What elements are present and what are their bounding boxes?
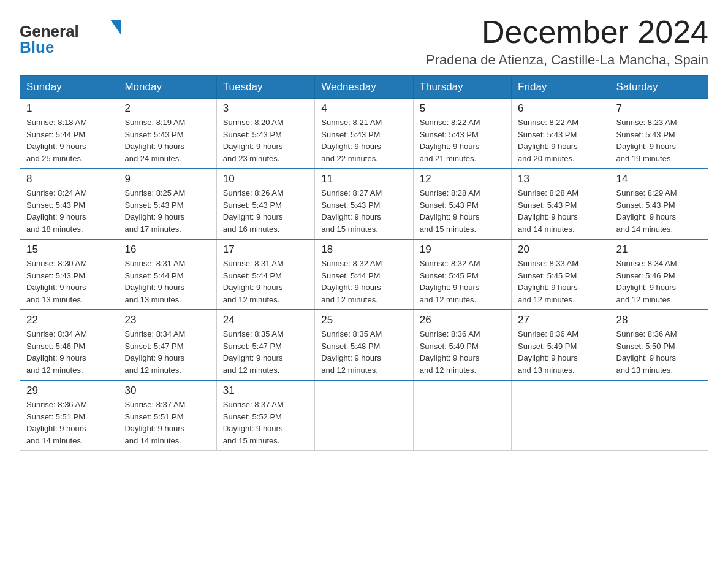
day-info: Sunrise: 8:30 AMSunset: 5:43 PMDaylight:…: [26, 259, 87, 304]
day-number: 14: [616, 173, 702, 185]
day-info: Sunrise: 8:34 AMSunset: 5:46 PMDaylight:…: [616, 259, 677, 304]
day-info: Sunrise: 8:20 AMSunset: 5:43 PMDaylight:…: [223, 118, 284, 163]
calendar-day-cell: 26 Sunrise: 8:36 AMSunset: 5:49 PMDaylig…: [413, 310, 511, 380]
svg-text:Blue: Blue: [20, 38, 54, 56]
location-subtitle: Pradena de Atienza, Castille-La Mancha, …: [426, 52, 708, 68]
day-info: Sunrise: 8:18 AMSunset: 5:44 PMDaylight:…: [26, 118, 87, 163]
calendar-day-cell: 4 Sunrise: 8:21 AMSunset: 5:43 PMDayligh…: [315, 99, 413, 169]
calendar-week-row: 15 Sunrise: 8:30 AMSunset: 5:43 PMDaylig…: [20, 239, 708, 310]
day-info: Sunrise: 8:22 AMSunset: 5:43 PMDaylight:…: [518, 118, 578, 163]
calendar-day-cell: 2 Sunrise: 8:19 AMSunset: 5:43 PMDayligh…: [118, 99, 216, 169]
day-number: 23: [124, 314, 210, 326]
calendar-day-cell: 5 Sunrise: 8:22 AMSunset: 5:43 PMDayligh…: [413, 99, 511, 169]
calendar-day-cell: 9 Sunrise: 8:25 AMSunset: 5:43 PMDayligh…: [118, 169, 216, 239]
day-info: Sunrise: 8:21 AMSunset: 5:43 PMDaylight:…: [321, 118, 382, 163]
col-header-tuesday: Tuesday: [216, 76, 314, 99]
day-number: 19: [420, 243, 505, 256]
col-header-wednesday: Wednesday: [315, 76, 413, 99]
calendar-day-cell: 15 Sunrise: 8:30 AMSunset: 5:43 PMDaylig…: [20, 239, 118, 310]
day-number: 24: [223, 314, 308, 326]
calendar-day-cell: 24 Sunrise: 8:35 AMSunset: 5:47 PMDaylig…: [216, 310, 314, 380]
day-number: 31: [223, 385, 308, 397]
col-header-monday: Monday: [118, 76, 216, 99]
calendar-day-cell: 1 Sunrise: 8:18 AMSunset: 5:44 PMDayligh…: [20, 99, 118, 169]
calendar-day-cell: 12 Sunrise: 8:28 AMSunset: 5:43 PMDaylig…: [413, 169, 511, 239]
calendar-day-cell: 3 Sunrise: 8:20 AMSunset: 5:43 PMDayligh…: [216, 99, 314, 169]
calendar-day-cell: 22 Sunrise: 8:34 AMSunset: 5:46 PMDaylig…: [20, 310, 118, 380]
day-number: 20: [518, 243, 603, 256]
calendar-day-cell: 28 Sunrise: 8:36 AMSunset: 5:50 PMDaylig…: [610, 310, 708, 380]
day-info: Sunrise: 8:22 AMSunset: 5:43 PMDaylight:…: [420, 118, 480, 163]
calendar-day-cell: 23 Sunrise: 8:34 AMSunset: 5:47 PMDaylig…: [118, 310, 216, 380]
calendar-header-row: Sunday Monday Tuesday Wednesday Thursday…: [20, 76, 708, 99]
calendar-day-cell: 10 Sunrise: 8:26 AMSunset: 5:43 PMDaylig…: [216, 169, 314, 239]
calendar-day-cell: 13 Sunrise: 8:28 AMSunset: 5:43 PMDaylig…: [512, 169, 610, 239]
calendar-day-cell: 31 Sunrise: 8:37 AMSunset: 5:52 PMDaylig…: [216, 380, 314, 451]
day-info: Sunrise: 8:35 AMSunset: 5:47 PMDaylight:…: [223, 329, 284, 375]
day-number: 22: [26, 314, 112, 326]
day-info: Sunrise: 8:27 AMSunset: 5:43 PMDaylight:…: [321, 188, 382, 234]
day-info: Sunrise: 8:32 AMSunset: 5:45 PMDaylight:…: [420, 259, 480, 304]
calendar-week-row: 29 Sunrise: 8:36 AMSunset: 5:51 PMDaylig…: [20, 380, 708, 451]
calendar-day-cell: 27 Sunrise: 8:36 AMSunset: 5:49 PMDaylig…: [512, 310, 610, 380]
day-info: Sunrise: 8:29 AMSunset: 5:43 PMDaylight:…: [616, 188, 677, 234]
calendar-day-cell: 7 Sunrise: 8:23 AMSunset: 5:43 PMDayligh…: [610, 99, 708, 169]
day-number: 11: [321, 173, 406, 185]
col-header-friday: Friday: [512, 76, 610, 99]
day-number: 8: [26, 173, 112, 185]
logo-svg: General Blue: [20, 15, 124, 58]
logo: General Blue: [20, 15, 124, 58]
day-info: Sunrise: 8:28 AMSunset: 5:43 PMDaylight:…: [518, 188, 578, 234]
month-title: December 2024: [426, 15, 708, 50]
day-number: 3: [223, 102, 308, 115]
col-header-thursday: Thursday: [413, 76, 511, 99]
day-info: Sunrise: 8:36 AMSunset: 5:50 PMDaylight:…: [616, 329, 677, 375]
day-number: 30: [124, 385, 210, 397]
day-number: 28: [616, 314, 702, 326]
day-number: 15: [26, 243, 112, 256]
calendar-day-cell: 20 Sunrise: 8:33 AMSunset: 5:45 PMDaylig…: [512, 239, 610, 310]
day-number: 10: [223, 173, 308, 185]
calendar-week-row: 8 Sunrise: 8:24 AMSunset: 5:43 PMDayligh…: [20, 169, 708, 239]
calendar-day-cell: [512, 380, 610, 451]
calendar-day-cell: 21 Sunrise: 8:34 AMSunset: 5:46 PMDaylig…: [610, 239, 708, 310]
calendar-day-cell: 6 Sunrise: 8:22 AMSunset: 5:43 PMDayligh…: [512, 99, 610, 169]
day-number: 17: [223, 243, 308, 256]
day-number: 16: [124, 243, 210, 256]
day-number: 25: [321, 314, 406, 326]
day-info: Sunrise: 8:19 AMSunset: 5:43 PMDaylight:…: [124, 118, 185, 163]
day-number: 5: [420, 102, 505, 115]
page-header: General Blue December 2024 Pradena de At…: [20, 15, 708, 68]
calendar-week-row: 22 Sunrise: 8:34 AMSunset: 5:46 PMDaylig…: [20, 310, 708, 380]
day-number: 26: [420, 314, 505, 326]
day-number: 21: [616, 243, 702, 256]
day-number: 6: [518, 102, 603, 115]
day-info: Sunrise: 8:34 AMSunset: 5:47 PMDaylight:…: [124, 329, 185, 375]
day-number: 1: [26, 102, 112, 115]
calendar-day-cell: 8 Sunrise: 8:24 AMSunset: 5:43 PMDayligh…: [20, 169, 118, 239]
day-number: 27: [518, 314, 603, 326]
day-info: Sunrise: 8:26 AMSunset: 5:43 PMDaylight:…: [223, 188, 284, 234]
svg-marker-1: [110, 20, 121, 34]
day-number: 13: [518, 173, 603, 185]
day-info: Sunrise: 8:37 AMSunset: 5:51 PMDaylight:…: [124, 400, 185, 445]
day-number: 9: [124, 173, 210, 185]
day-info: Sunrise: 8:36 AMSunset: 5:51 PMDaylight:…: [26, 400, 87, 445]
day-number: 29: [26, 385, 112, 397]
title-section: December 2024 Pradena de Atienza, Castil…: [426, 15, 708, 68]
day-number: 4: [321, 102, 406, 115]
calendar-day-cell: 16 Sunrise: 8:31 AMSunset: 5:44 PMDaylig…: [118, 239, 216, 310]
day-info: Sunrise: 8:23 AMSunset: 5:43 PMDaylight:…: [616, 118, 677, 163]
day-number: 12: [420, 173, 505, 185]
calendar-day-cell: 14 Sunrise: 8:29 AMSunset: 5:43 PMDaylig…: [610, 169, 708, 239]
day-number: 7: [616, 102, 702, 115]
day-info: Sunrise: 8:31 AMSunset: 5:44 PMDaylight:…: [124, 259, 185, 304]
calendar-day-cell: 18 Sunrise: 8:32 AMSunset: 5:44 PMDaylig…: [315, 239, 413, 310]
day-number: 2: [124, 102, 210, 115]
calendar-day-cell: 11 Sunrise: 8:27 AMSunset: 5:43 PMDaylig…: [315, 169, 413, 239]
calendar-day-cell: [315, 380, 413, 451]
day-info: Sunrise: 8:35 AMSunset: 5:48 PMDaylight:…: [321, 329, 382, 375]
calendar-day-cell: 30 Sunrise: 8:37 AMSunset: 5:51 PMDaylig…: [118, 380, 216, 451]
col-header-saturday: Saturday: [610, 76, 708, 99]
calendar-day-cell: [413, 380, 511, 451]
